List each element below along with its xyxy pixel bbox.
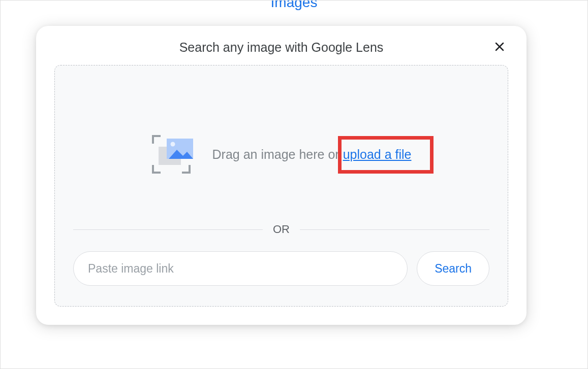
close-icon [493,41,506,53]
separator-line-left [73,229,263,230]
separator-row: OR [73,223,489,236]
drop-instruction-prefix: Drag an image here or [212,147,343,161]
google-lens-modal: Search any image with Google Lens [36,26,527,325]
drop-area[interactable]: Drag an image here or upload a file OR S… [54,65,508,307]
separator-line-right [300,229,489,230]
or-label: OR [273,223,290,236]
search-button[interactable]: Search [417,251,489,286]
drop-main-row: Drag an image here or upload a file [73,86,489,223]
background-images-text: Images [271,0,318,11]
modal-header: Search any image with Google Lens [54,40,508,65]
close-button[interactable] [491,38,508,55]
image-upload-icon [151,135,197,174]
drop-instruction: Drag an image here or upload a file [212,147,412,162]
image-link-input[interactable] [73,251,408,286]
upload-file-link[interactable]: upload a file [343,147,412,161]
paste-link-row: Search [73,251,489,286]
svg-point-2 [170,142,175,147]
modal-title: Search any image with Google Lens [179,40,384,55]
